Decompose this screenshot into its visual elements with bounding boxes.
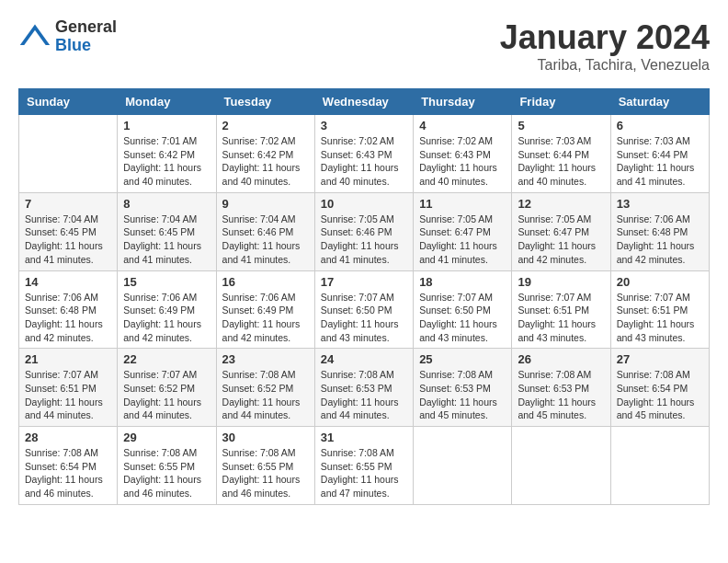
- calendar-cell: 26 Sunrise: 7:08 AMSunset: 6:53 PMDaylig…: [512, 349, 610, 427]
- day-number: 19: [518, 275, 604, 289]
- day-number: 3: [321, 119, 407, 132]
- calendar-cell: 4 Sunrise: 7:02 AMSunset: 6:43 PMDayligh…: [414, 115, 512, 193]
- calendar-cell: 21 Sunrise: 7:07 AMSunset: 6:51 PMDaylig…: [19, 349, 118, 427]
- calendar-cell: 11 Sunrise: 7:05 AMSunset: 6:47 PMDaylig…: [414, 192, 512, 270]
- day-info: Sunrise: 7:01 AMSunset: 6:42 PMDaylight:…: [123, 135, 201, 187]
- day-number: 14: [25, 275, 111, 289]
- logo-icon: [18, 20, 51, 53]
- day-info: Sunrise: 7:04 AMSunset: 6:45 PMDaylight:…: [25, 213, 103, 265]
- day-info: Sunrise: 7:02 AMSunset: 6:42 PMDaylight:…: [222, 135, 301, 187]
- day-number: 7: [25, 197, 111, 211]
- day-number: 23: [222, 352, 309, 366]
- calendar-cell: 29 Sunrise: 7:08 AMSunset: 6:55 PMDaylig…: [118, 427, 216, 505]
- calendar-cell: 17 Sunrise: 7:07 AMSunset: 6:50 PMDaylig…: [314, 270, 413, 349]
- day-number: 10: [321, 197, 407, 211]
- calendar-cell: 28 Sunrise: 7:08 AMSunset: 6:54 PMDaylig…: [19, 427, 118, 505]
- page-header: General Blue January 2024 Tariba, Tachir…: [18, 18, 710, 74]
- day-info: Sunrise: 7:08 AMSunset: 6:55 PMDaylight:…: [222, 447, 301, 499]
- calendar-cell: 24 Sunrise: 7:08 AMSunset: 6:53 PMDaylig…: [314, 349, 413, 427]
- calendar-cell: 18 Sunrise: 7:07 AMSunset: 6:50 PMDaylig…: [414, 270, 512, 349]
- calendar-cell: 6 Sunrise: 7:03 AMSunset: 6:44 PMDayligh…: [610, 115, 709, 193]
- day-header-tuesday: Tuesday: [216, 89, 314, 115]
- day-info: Sunrise: 7:06 AMSunset: 6:48 PMDaylight:…: [617, 213, 695, 265]
- calendar-week-row: 7 Sunrise: 7:04 AMSunset: 6:45 PMDayligh…: [19, 192, 710, 270]
- day-number: 20: [617, 275, 703, 289]
- day-number: 30: [222, 431, 309, 444]
- calendar-header-row: SundayMondayTuesdayWednesdayThursdayFrid…: [19, 89, 710, 115]
- day-info: Sunrise: 7:02 AMSunset: 6:43 PMDaylight:…: [321, 135, 399, 187]
- calendar-cell: 12 Sunrise: 7:05 AMSunset: 6:47 PMDaylig…: [512, 192, 610, 270]
- calendar-cell: [610, 427, 709, 505]
- calendar-cell: 25 Sunrise: 7:08 AMSunset: 6:53 PMDaylig…: [414, 349, 512, 427]
- day-info: Sunrise: 7:07 AMSunset: 6:52 PMDaylight:…: [123, 369, 201, 420]
- day-header-thursday: Thursday: [414, 89, 512, 115]
- calendar-cell: 8 Sunrise: 7:04 AMSunset: 6:45 PMDayligh…: [118, 192, 216, 270]
- calendar-cell: 30 Sunrise: 7:08 AMSunset: 6:55 PMDaylig…: [216, 427, 314, 505]
- day-number: 12: [518, 197, 604, 211]
- day-info: Sunrise: 7:08 AMSunset: 6:54 PMDaylight:…: [617, 369, 695, 420]
- day-header-friday: Friday: [512, 89, 610, 115]
- day-number: 26: [518, 352, 604, 366]
- day-info: Sunrise: 7:08 AMSunset: 6:54 PMDaylight:…: [25, 447, 103, 499]
- day-info: Sunrise: 7:07 AMSunset: 6:50 PMDaylight:…: [321, 292, 399, 343]
- day-number: 2: [222, 119, 309, 132]
- calendar-cell: 13 Sunrise: 7:06 AMSunset: 6:48 PMDaylig…: [610, 192, 709, 270]
- calendar-week-row: 14 Sunrise: 7:06 AMSunset: 6:48 PMDaylig…: [19, 270, 710, 349]
- day-number: 15: [123, 275, 210, 289]
- day-info: Sunrise: 7:04 AMSunset: 6:46 PMDaylight:…: [222, 213, 301, 265]
- logo-text: General Blue: [55, 18, 117, 55]
- calendar-cell: 3 Sunrise: 7:02 AMSunset: 6:43 PMDayligh…: [314, 115, 413, 193]
- calendar-week-row: 28 Sunrise: 7:08 AMSunset: 6:54 PMDaylig…: [19, 427, 710, 505]
- day-number: 21: [25, 352, 111, 366]
- day-header-wednesday: Wednesday: [314, 89, 413, 115]
- day-number: 5: [518, 119, 604, 132]
- day-info: Sunrise: 7:08 AMSunset: 6:53 PMDaylight:…: [518, 369, 596, 420]
- calendar-cell: [512, 427, 610, 505]
- day-header-sunday: Sunday: [19, 89, 118, 115]
- day-number: 6: [617, 119, 703, 132]
- calendar-cell: 22 Sunrise: 7:07 AMSunset: 6:52 PMDaylig…: [118, 349, 216, 427]
- day-number: 18: [419, 275, 506, 289]
- calendar-cell: 20 Sunrise: 7:07 AMSunset: 6:51 PMDaylig…: [610, 270, 709, 349]
- day-info: Sunrise: 7:07 AMSunset: 6:51 PMDaylight:…: [25, 369, 103, 420]
- logo-blue-text: Blue: [55, 37, 117, 55]
- calendar-cell: [19, 115, 118, 193]
- day-number: 24: [321, 352, 407, 366]
- day-info: Sunrise: 7:08 AMSunset: 6:55 PMDaylight:…: [321, 447, 399, 499]
- day-number: 22: [123, 352, 210, 366]
- logo: General Blue: [18, 18, 117, 55]
- calendar-table: SundayMondayTuesdayWednesdayThursdayFrid…: [18, 88, 710, 505]
- day-info: Sunrise: 7:05 AMSunset: 6:47 PMDaylight:…: [419, 213, 497, 265]
- day-info: Sunrise: 7:06 AMSunset: 6:48 PMDaylight:…: [25, 292, 103, 343]
- location-text: Tariba, Tachira, Venezuela: [500, 57, 710, 74]
- day-info: Sunrise: 7:06 AMSunset: 6:49 PMDaylight:…: [123, 292, 201, 343]
- day-number: 11: [419, 197, 506, 211]
- day-info: Sunrise: 7:08 AMSunset: 6:53 PMDaylight:…: [419, 369, 497, 420]
- day-header-saturday: Saturday: [610, 89, 709, 115]
- day-number: 31: [321, 431, 407, 444]
- calendar-cell: 27 Sunrise: 7:08 AMSunset: 6:54 PMDaylig…: [610, 349, 709, 427]
- calendar-cell: 15 Sunrise: 7:06 AMSunset: 6:49 PMDaylig…: [118, 270, 216, 349]
- logo-general-text: General: [55, 18, 117, 37]
- calendar-cell: 7 Sunrise: 7:04 AMSunset: 6:45 PMDayligh…: [19, 192, 118, 270]
- day-number: 27: [617, 352, 703, 366]
- calendar-cell: 16 Sunrise: 7:06 AMSunset: 6:49 PMDaylig…: [216, 270, 314, 349]
- day-info: Sunrise: 7:07 AMSunset: 6:50 PMDaylight:…: [419, 292, 497, 343]
- day-info: Sunrise: 7:05 AMSunset: 6:46 PMDaylight:…: [321, 213, 399, 265]
- day-info: Sunrise: 7:03 AMSunset: 6:44 PMDaylight:…: [617, 135, 695, 187]
- calendar-week-row: 21 Sunrise: 7:07 AMSunset: 6:51 PMDaylig…: [19, 349, 710, 427]
- calendar-cell: 2 Sunrise: 7:02 AMSunset: 6:42 PMDayligh…: [216, 115, 314, 193]
- day-number: 8: [123, 197, 210, 211]
- day-number: 4: [419, 119, 506, 132]
- day-number: 17: [321, 275, 407, 289]
- calendar-cell: 31 Sunrise: 7:08 AMSunset: 6:55 PMDaylig…: [314, 427, 413, 505]
- day-info: Sunrise: 7:06 AMSunset: 6:49 PMDaylight:…: [222, 292, 301, 343]
- day-info: Sunrise: 7:08 AMSunset: 6:52 PMDaylight:…: [222, 369, 301, 420]
- month-title: January 2024: [500, 18, 710, 57]
- day-number: 16: [222, 275, 309, 289]
- day-header-monday: Monday: [118, 89, 216, 115]
- calendar-week-row: 1 Sunrise: 7:01 AMSunset: 6:42 PMDayligh…: [19, 115, 710, 193]
- day-info: Sunrise: 7:04 AMSunset: 6:45 PMDaylight:…: [123, 213, 201, 265]
- day-number: 29: [123, 431, 210, 444]
- day-number: 9: [222, 197, 309, 211]
